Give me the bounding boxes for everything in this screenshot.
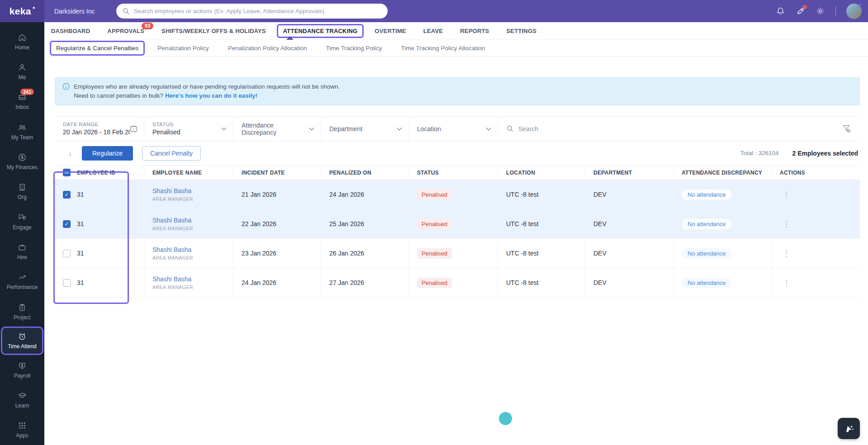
- nav-tab-dashboard[interactable]: DASHBOARD: [51, 28, 90, 34]
- nav-tab-approvals[interactable]: APPROVALS 93: [107, 28, 144, 34]
- department: DEV: [585, 239, 673, 268]
- settings-gear-icon[interactable]: [816, 6, 825, 16]
- sidebar-item-label: Time Attend: [8, 343, 37, 350]
- attendance-discrepancy-label: Attendance Discrepancy: [242, 122, 309, 136]
- primary-nav: DASHBOARD APPROVALS 93 SHIFTS/WEEKLY OFF…: [44, 22, 868, 40]
- header-actions: ACTIONS: [771, 166, 860, 180]
- date-range-filter[interactable]: DATE RANGE 20 Jan 2026 - 18 Feb 20...: [55, 117, 144, 141]
- alarm-clock-icon: [18, 332, 27, 341]
- inbox-icon: 241: [18, 93, 27, 102]
- row-actions-kebab-icon[interactable]: ⋮: [780, 278, 791, 288]
- subtab-penalization-policy-allocation[interactable]: Penalization Policy Allocation: [228, 45, 307, 52]
- attendance-discrepancy-filter[interactable]: Attendance Discrepancy: [233, 117, 321, 141]
- clear-filter-icon[interactable]: [842, 124, 852, 134]
- row-actions-kebab-icon[interactable]: ⋮: [780, 219, 791, 229]
- header-incident-date: INCIDENT DATE: [233, 166, 321, 180]
- subtab-regularize-cancel-penalties[interactable]: Regularize & Cancel Penalties: [56, 45, 138, 52]
- sidebar-item-apps[interactable]: Apps: [0, 415, 44, 445]
- employee-id: 31: [77, 279, 84, 286]
- discrepancy-pill[interactable]: No attendance: [682, 278, 732, 288]
- date-range-label: DATE RANGE: [63, 122, 130, 127]
- sidebar-item-project[interactable]: Project: [0, 297, 44, 327]
- nav-tab-reports[interactable]: REPORTS: [460, 28, 489, 34]
- cancel-penalty-button[interactable]: Cancel Penalty: [142, 146, 201, 161]
- sidebar-item-performance[interactable]: Performance: [0, 267, 44, 297]
- team-icon: [18, 123, 27, 132]
- sidebar-item-home[interactable]: Home: [0, 27, 44, 57]
- employee-name-link[interactable]: Shashi Basha: [152, 217, 193, 224]
- rocket-alert-dot: [803, 5, 807, 9]
- sidebar-item-label: Me: [19, 74, 26, 80]
- employee-name-link[interactable]: Shashi Basha: [152, 187, 193, 194]
- row-checkbox[interactable]: [63, 279, 71, 287]
- subtab-penalization-policy[interactable]: Penalization Policy: [157, 45, 209, 52]
- sidebar-item-engage[interactable]: Engage: [0, 207, 44, 237]
- nav-tab-shifts[interactable]: SHIFTS/WEEKLY OFFS & HOLIDAYS: [161, 28, 266, 34]
- clipboard-icon: [18, 303, 27, 312]
- status-filter[interactable]: STATUS Penalised: [144, 117, 233, 141]
- department-filter[interactable]: Department: [321, 117, 408, 141]
- sidebar: Home Me 241 Inbox My Team My Finances Or…: [0, 22, 44, 445]
- discrepancy-pill[interactable]: No attendance: [682, 248, 732, 259]
- selected-count: 2 Employees selected: [792, 150, 858, 157]
- nav-tab-settings[interactable]: SETTINGS: [507, 28, 537, 34]
- banner-help-link[interactable]: Here's how you can do it easily!: [165, 92, 257, 99]
- employee-id: 31: [77, 191, 84, 198]
- monitor-dollar-icon: [18, 361, 27, 370]
- sidebar-item-time-attend[interactable]: Time Attend: [1, 327, 43, 355]
- teal-indicator-dot: [499, 412, 512, 425]
- sub-nav: Regularize & Cancel Penalties Penalizati…: [44, 40, 868, 57]
- global-search-input[interactable]: [116, 4, 388, 19]
- sort-arrow-icon[interactable]: ↓: [68, 149, 72, 157]
- department-label: Department: [329, 125, 397, 133]
- sidebar-item-me[interactable]: Me: [0, 57, 44, 86]
- briefcase-icon: [18, 243, 27, 252]
- nav-tab-overtime[interactable]: OVERTIME: [375, 28, 406, 34]
- sidebar-item-my-team[interactable]: My Team: [0, 117, 44, 147]
- regularize-button[interactable]: Regularize: [82, 146, 133, 161]
- row-checkbox[interactable]: [63, 220, 71, 228]
- row-checkbox[interactable]: [63, 191, 71, 199]
- subtab-time-tracking-policy[interactable]: Time Tracking Policy: [326, 45, 382, 52]
- user-avatar[interactable]: [846, 4, 862, 19]
- header-attendance-discrepancy: ATTENDANCE DISCREPANCY: [673, 166, 771, 180]
- table-search-input[interactable]: [518, 125, 837, 133]
- row-actions-kebab-icon[interactable]: ⋮: [780, 249, 791, 258]
- sidebar-item-my-finances[interactable]: My Finances: [0, 147, 44, 176]
- header-employee-name: EMPLOYEE NAME: [144, 166, 233, 180]
- discrepancy-pill[interactable]: No attendance: [682, 189, 732, 200]
- assistant-cursor-button[interactable]: [838, 418, 860, 439]
- location-filter[interactable]: Location: [408, 117, 498, 141]
- select-all-checkbox[interactable]: [63, 169, 71, 176]
- sidebar-item-org[interactable]: Org: [0, 177, 44, 207]
- discrepancy-pill[interactable]: No attendance: [682, 219, 732, 229]
- sidebar-item-hire[interactable]: Hire: [0, 237, 44, 266]
- rocket-icon[interactable]: [796, 6, 805, 16]
- chat-icon: [18, 213, 27, 222]
- global-search: [116, 4, 388, 19]
- building-icon: [18, 183, 27, 192]
- table-row: 31 Shashi BashaAREA MANAGER 24 Jan 2026 …: [55, 268, 860, 298]
- row-actions-kebab-icon[interactable]: ⋮: [780, 190, 791, 199]
- employee-role: AREA MANAGER: [152, 226, 193, 231]
- subtab-time-tracking-policy-allocation[interactable]: Time Tracking Policy Allocation: [401, 45, 485, 52]
- sidebar-item-payroll[interactable]: Payroll: [0, 355, 44, 385]
- keka-logo[interactable]: keka ✦: [0, 0, 44, 22]
- sidebar-item-label: Learn: [15, 402, 29, 409]
- sidebar-item-learn[interactable]: Learn: [0, 385, 44, 415]
- incident-date: 24 Jan 2026: [233, 268, 321, 297]
- employee-name-link[interactable]: Shashi Basha: [152, 275, 193, 283]
- penalized-on: 27 Jan 2026: [321, 268, 408, 297]
- sidebar-item-label: My Finances: [7, 164, 38, 170]
- chevron-down-icon: [397, 127, 402, 131]
- row-checkbox[interactable]: [63, 250, 71, 257]
- nav-tab-leave[interactable]: LEAVE: [423, 28, 443, 34]
- sidebar-item-inbox[interactable]: 241 Inbox: [0, 87, 44, 117]
- header-location: LOCATION: [498, 166, 585, 180]
- employee-name-link[interactable]: Shashi Basha: [152, 246, 193, 253]
- header-employee-id: EMPLOYEE ID: [55, 166, 144, 180]
- filter-bar: DATE RANGE 20 Jan 2026 - 18 Feb 20... ST…: [55, 116, 860, 141]
- penalized-on: 25 Jan 2026: [321, 209, 408, 238]
- nav-tab-attendance-tracking[interactable]: ATTENDANCE TRACKING: [283, 28, 358, 34]
- notifications-bell-icon[interactable]: [776, 6, 785, 16]
